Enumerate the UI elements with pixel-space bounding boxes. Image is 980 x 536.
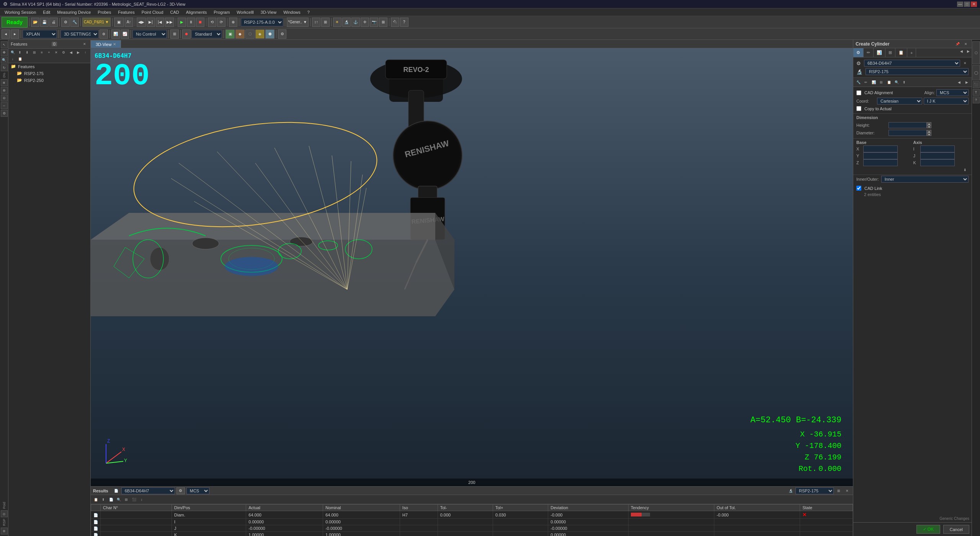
rp-tb-6[interactable]: 🔍 [893, 79, 900, 85]
cad-label-btn[interactable]: CAD_P&R1 ▼ [82, 18, 110, 27]
tb-filter[interactable]: ⊞ [321, 18, 330, 27]
ft-btn-6[interactable]: + [46, 49, 52, 56]
minimize-button[interactable]: — [957, 2, 963, 7]
ft-btn-11[interactable]: ↑ [82, 49, 89, 56]
left-icon-5[interactable]: ⊕ [1, 87, 8, 94]
rsp-select[interactable]: RSP2-175-A.0.0 [241, 18, 283, 26]
rp-nav-left[interactable]: ◀ [958, 48, 965, 54]
table-row[interactable]: 📄K1.000001.000000.00000 [91, 532, 853, 536]
cad-alignment-checkbox[interactable] [856, 90, 861, 95]
cad-link-checkbox[interactable] [856, 186, 861, 191]
results-expand-btn[interactable]: ⊞ [835, 488, 842, 494]
left-icon-rotate[interactable]: ↻ [1, 64, 8, 71]
rp-tb-nav-next[interactable]: ▶ [963, 79, 970, 85]
base-y-input[interactable]: -614.620 [863, 152, 898, 159]
copy-actual-checkbox[interactable] [856, 106, 861, 111]
settings-config[interactable]: ⚙ [100, 29, 108, 39]
menu-features[interactable]: Features [115, 9, 137, 15]
tb-cam[interactable]: 📷 [370, 18, 378, 27]
ft-btn-13[interactable]: 📋 [16, 56, 23, 62]
right-icon-1[interactable]: ⬡ [972, 41, 980, 64]
results-cs-btn[interactable]: ⚙ [176, 487, 185, 494]
height-spin-up[interactable]: ▲ [927, 122, 931, 125]
axis-k-input[interactable]: 1.00000 [920, 159, 955, 166]
rp-tb-3[interactable]: 📊 [870, 79, 877, 85]
tb-light[interactable]: ☀ [333, 18, 341, 27]
menu-workcelll[interactable]: Workcelll [234, 9, 256, 15]
menu-point-cloud[interactable]: Point Cloud [139, 9, 167, 15]
tb-icon-10[interactable]: ⟳ [217, 18, 225, 27]
rp-tab-main[interactable]: ⚙ [853, 48, 864, 57]
align-select[interactable]: MCS [936, 89, 969, 96]
tb-icon-9[interactable]: ⟲ [208, 18, 216, 27]
tb-icon-5[interactable]: 🔧 [70, 18, 79, 27]
left-icon-zoom[interactable]: 🔍 [1, 57, 8, 64]
left-icon-8[interactable]: ⚙ [1, 110, 8, 117]
rt-btn-2[interactable]: ⬆ [100, 497, 107, 503]
right-icon-2[interactable]: ◯ [972, 65, 980, 80]
diameter-spin-down[interactable]: ▼ [927, 133, 931, 136]
menu-probes[interactable]: Probes [95, 9, 114, 15]
tb-run[interactable]: ▶ [178, 18, 186, 27]
left-icon-7[interactable]: ↔ [1, 102, 8, 109]
tree-root-features[interactable]: 📁 Features [8, 63, 90, 70]
tb2-chart2[interactable]: 📈 [121, 29, 129, 39]
menu-help[interactable]: ? [304, 9, 313, 15]
tb-generic[interactable]: *Gener.. ▼ [287, 18, 309, 27]
tb-probe-icon[interactable]: 🔬 [342, 18, 351, 27]
diameter-spin-up[interactable]: ▲ [927, 130, 931, 133]
results-icon1[interactable]: 📄 [113, 488, 120, 494]
axis-arrow-down[interactable]: ⬇ [962, 167, 969, 173]
tab-3dview[interactable]: 3D-View ✕ [91, 40, 121, 48]
tb-measure-2[interactable]: ▶| [147, 18, 155, 27]
ft-btn-1[interactable]: 🔍 [9, 49, 16, 56]
tb-grid[interactable]: ⊞ [379, 18, 387, 27]
left-icon-6[interactable]: ⊖ [1, 95, 8, 101]
tb-measure-4[interactable]: ▶▶ [165, 18, 174, 27]
axis-j-input[interactable]: -0.00000 [920, 152, 955, 159]
control-select[interactable]: No Control [132, 30, 167, 38]
tb2-color5[interactable]: ⬢ [265, 29, 274, 39]
viewport-3d[interactable]: REVO-2 RENISHAW RENISHAW [91, 48, 853, 486]
table-row[interactable]: 📄I0.000000.000000.00000 [91, 519, 853, 525]
tree-item-rsp2-250[interactable]: 📂 RSP2-250 [8, 77, 90, 84]
ok-button[interactable]: ✓ OK [916, 525, 940, 534]
rp-tb-7[interactable]: ⬆ [901, 79, 908, 85]
tb-anchor[interactable]: ⚓ [351, 18, 360, 27]
tb-plugin[interactable]: 🔌 [391, 18, 399, 27]
tb2-settings2[interactable]: ⚙ [278, 29, 286, 39]
left-icon-poid[interactable]: ◎ [1, 510, 8, 517]
left-icon-pan[interactable]: ✥ [1, 49, 8, 56]
rp-tb-4[interactable]: ⊞ [878, 79, 885, 85]
menu-program[interactable]: Program [211, 9, 233, 15]
tb2-icon1[interactable]: ◄ [2, 29, 10, 39]
rp-pin-btn[interactable]: 📌 [954, 41, 961, 47]
rp-close-btn[interactable]: ✕ [962, 41, 969, 47]
left-icon-4[interactable]: ▣ [1, 79, 8, 86]
rp-nav-right[interactable]: ▶ [965, 48, 972, 54]
tb-sort[interactable]: ↕↑ [312, 18, 320, 27]
tb-stop-red[interactable]: ⏹ [196, 18, 204, 27]
table-row[interactable]: 📄Diam.64.00064.000H70.0000.030-0.000-0.0… [91, 511, 853, 519]
tb2-color1[interactable]: ▣ [225, 29, 235, 39]
menu-windows[interactable]: Windows [280, 9, 304, 15]
tb-pause[interactable]: ⏸ [187, 18, 195, 27]
table-row[interactable]: 📄J-0.00000-0.00000-0.00000 [91, 525, 853, 532]
ready-button[interactable]: Ready [2, 17, 28, 28]
tb2-color4[interactable]: ◈ [255, 29, 265, 39]
tb2-icon2[interactable]: ► [11, 29, 19, 39]
ft-btn-7[interactable]: ✕ [53, 49, 60, 56]
right-icon-4[interactable]: T [973, 89, 980, 96]
rt-btn-5[interactable]: ⊞ [123, 497, 130, 503]
rp-feature-edit[interactable]: ✕ [962, 60, 969, 66]
tb-shape-1[interactable]: ▣ [114, 18, 124, 27]
height-spin-down[interactable]: ▼ [927, 125, 931, 128]
base-z-input[interactable]: -256.211 [863, 159, 898, 166]
rp-tb-1[interactable]: 🔧 [855, 79, 862, 85]
rp-tb-5[interactable]: 📋 [885, 79, 892, 85]
rt-btn-6[interactable]: ⬛ [131, 497, 137, 503]
base-x-input[interactable]: 333.971 [863, 145, 898, 152]
menu-measuring-device[interactable]: Measuring Device [54, 9, 94, 15]
axis-i-input[interactable]: 0.00000 [920, 145, 955, 152]
rp-tab-add[interactable]: + [907, 48, 916, 57]
